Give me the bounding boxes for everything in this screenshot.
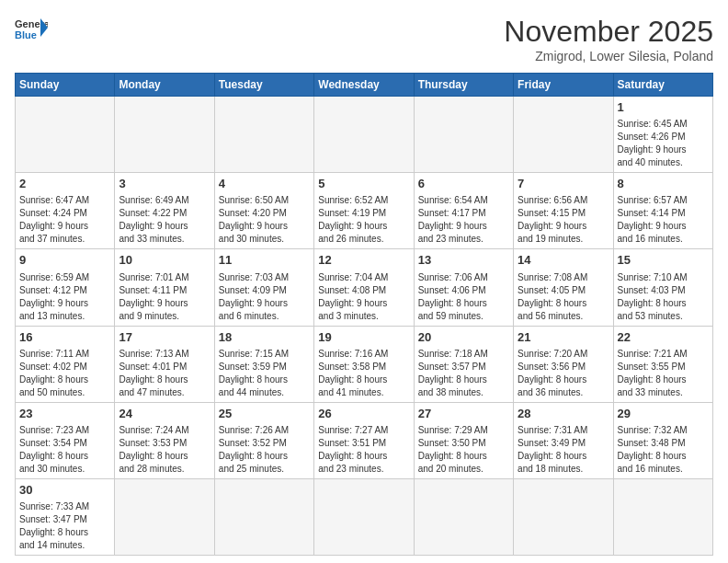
calendar-cell — [115, 478, 214, 555]
month-title: November 2025 — [504, 15, 713, 49]
day-info: Sunrise: 7:16 AM Sunset: 3:58 PM Dayligh… — [318, 348, 409, 399]
calendar-cell: 29Sunrise: 7:32 AM Sunset: 3:48 PM Dayli… — [613, 402, 712, 478]
calendar-cell: 15Sunrise: 7:10 AM Sunset: 4:03 PM Dayli… — [613, 249, 712, 326]
day-number: 25 — [219, 406, 310, 422]
day-number: 22 — [618, 329, 709, 346]
day-info: Sunrise: 7:21 AM Sunset: 3:55 PM Dayligh… — [618, 348, 709, 399]
calendar-cell: 14Sunrise: 7:08 AM Sunset: 4:05 PM Dayli… — [514, 249, 613, 326]
day-info: Sunrise: 6:54 AM Sunset: 4:17 PM Dayligh… — [418, 194, 509, 246]
day-info: Sunrise: 7:24 AM Sunset: 3:53 PM Dayligh… — [119, 424, 210, 476]
day-number: 7 — [518, 176, 609, 192]
day-header-saturday: Saturday — [613, 74, 712, 97]
calendar-cell: 16Sunrise: 7:11 AM Sunset: 4:02 PM Dayli… — [16, 326, 115, 402]
day-number: 23 — [19, 406, 110, 422]
day-number: 11 — [219, 252, 310, 269]
logo-icon: General Blue — [15, 15, 48, 40]
calendar-cell: 9Sunrise: 6:59 AM Sunset: 4:12 PM Daylig… — [16, 249, 115, 326]
day-info: Sunrise: 7:31 AM Sunset: 3:49 PM Dayligh… — [518, 424, 609, 476]
day-header-wednesday: Wednesday — [314, 74, 414, 97]
day-number: 29 — [618, 406, 709, 422]
day-info: Sunrise: 6:52 AM Sunset: 4:19 PM Dayligh… — [318, 194, 409, 246]
calendar-cell — [514, 478, 613, 555]
day-number: 4 — [219, 176, 310, 192]
day-info: Sunrise: 6:45 AM Sunset: 4:26 PM Dayligh… — [618, 118, 709, 169]
day-info: Sunrise: 7:06 AM Sunset: 4:06 PM Dayligh… — [418, 271, 509, 323]
day-header-thursday: Thursday — [414, 74, 513, 97]
day-info: Sunrise: 6:57 AM Sunset: 4:14 PM Dayligh… — [618, 194, 709, 246]
day-number: 19 — [318, 329, 409, 346]
day-number: 9 — [19, 252, 110, 269]
day-number: 16 — [19, 329, 110, 346]
day-number: 24 — [119, 406, 210, 422]
calendar-cell — [414, 478, 513, 555]
calendar-cell: 10Sunrise: 7:01 AM Sunset: 4:11 PM Dayli… — [115, 249, 214, 326]
calendar-cell: 2Sunrise: 6:47 AM Sunset: 4:24 PM Daylig… — [16, 173, 115, 249]
day-number: 28 — [518, 406, 609, 422]
calendar-cell: 12Sunrise: 7:04 AM Sunset: 4:08 PM Dayli… — [314, 249, 414, 326]
day-number: 21 — [518, 329, 609, 346]
day-info: Sunrise: 6:50 AM Sunset: 4:20 PM Dayligh… — [219, 194, 310, 246]
day-info: Sunrise: 7:11 AM Sunset: 4:02 PM Dayligh… — [19, 348, 110, 399]
day-number: 26 — [318, 406, 409, 422]
day-number: 30 — [19, 482, 110, 499]
calendar-cell: 7Sunrise: 6:56 AM Sunset: 4:15 PM Daylig… — [514, 173, 613, 249]
day-number: 14 — [518, 252, 609, 269]
calendar-cell: 6Sunrise: 6:54 AM Sunset: 4:17 PM Daylig… — [414, 173, 513, 249]
calendar-cell: 8Sunrise: 6:57 AM Sunset: 4:14 PM Daylig… — [613, 173, 712, 249]
day-info: Sunrise: 6:47 AM Sunset: 4:24 PM Dayligh… — [19, 194, 110, 246]
day-info: Sunrise: 7:32 AM Sunset: 3:48 PM Dayligh… — [618, 424, 709, 476]
page-header: General Blue November 2025 Zmigrod, Lowe… — [15, 15, 713, 63]
calendar-cell — [115, 97, 214, 173]
calendar-cell — [214, 478, 313, 555]
day-info: Sunrise: 7:29 AM Sunset: 3:50 PM Dayligh… — [418, 424, 509, 476]
calendar-cell — [214, 97, 313, 173]
day-header-tuesday: Tuesday — [214, 74, 313, 97]
day-info: Sunrise: 7:26 AM Sunset: 3:52 PM Dayligh… — [219, 424, 310, 476]
day-info: Sunrise: 7:01 AM Sunset: 4:11 PM Dayligh… — [119, 271, 210, 323]
day-info: Sunrise: 7:04 AM Sunset: 4:08 PM Dayligh… — [318, 271, 409, 323]
calendar-cell: 27Sunrise: 7:29 AM Sunset: 3:50 PM Dayli… — [414, 402, 513, 478]
day-number: 18 — [219, 329, 310, 346]
day-info: Sunrise: 7:03 AM Sunset: 4:09 PM Dayligh… — [219, 271, 310, 323]
day-info: Sunrise: 7:13 AM Sunset: 4:01 PM Dayligh… — [119, 348, 210, 399]
calendar-cell: 5Sunrise: 6:52 AM Sunset: 4:19 PM Daylig… — [314, 173, 414, 249]
day-number: 3 — [119, 176, 210, 192]
calendar-cell: 24Sunrise: 7:24 AM Sunset: 3:53 PM Dayli… — [115, 402, 214, 478]
calendar-cell: 3Sunrise: 6:49 AM Sunset: 4:22 PM Daylig… — [115, 173, 214, 249]
day-info: Sunrise: 7:27 AM Sunset: 3:51 PM Dayligh… — [318, 424, 409, 476]
day-header-monday: Monday — [115, 74, 214, 97]
calendar-cell: 19Sunrise: 7:16 AM Sunset: 3:58 PM Dayli… — [314, 326, 414, 402]
calendar-header: SundayMondayTuesdayWednesdayThursdayFrid… — [16, 74, 713, 97]
calendar-cell: 25Sunrise: 7:26 AM Sunset: 3:52 PM Dayli… — [214, 402, 313, 478]
calendar-cell — [613, 478, 712, 555]
day-info: Sunrise: 7:10 AM Sunset: 4:03 PM Dayligh… — [618, 271, 709, 323]
day-number: 8 — [618, 176, 709, 192]
day-number: 27 — [418, 406, 509, 422]
day-info: Sunrise: 7:18 AM Sunset: 3:57 PM Dayligh… — [418, 348, 509, 399]
title-block: November 2025 Zmigrod, Lower Silesia, Po… — [504, 15, 713, 63]
day-number: 15 — [618, 252, 709, 269]
day-info: Sunrise: 7:15 AM Sunset: 3:59 PM Dayligh… — [219, 348, 310, 399]
svg-text:Blue: Blue — [15, 29, 37, 40]
day-info: Sunrise: 7:08 AM Sunset: 4:05 PM Dayligh… — [518, 271, 609, 323]
day-number: 13 — [418, 252, 509, 269]
day-info: Sunrise: 7:20 AM Sunset: 3:56 PM Dayligh… — [518, 348, 609, 399]
calendar-cell: 13Sunrise: 7:06 AM Sunset: 4:06 PM Dayli… — [414, 249, 513, 326]
day-number: 12 — [318, 252, 409, 269]
day-info: Sunrise: 7:33 AM Sunset: 3:47 PM Dayligh… — [19, 500, 110, 552]
day-number: 5 — [318, 176, 409, 192]
calendar-table: SundayMondayTuesdayWednesdayThursdayFrid… — [15, 73, 713, 556]
day-info: Sunrise: 6:59 AM Sunset: 4:12 PM Dayligh… — [19, 271, 110, 323]
calendar-cell: 17Sunrise: 7:13 AM Sunset: 4:01 PM Dayli… — [115, 326, 214, 402]
calendar-cell: 23Sunrise: 7:23 AM Sunset: 3:54 PM Dayli… — [16, 402, 115, 478]
calendar-cell — [314, 97, 414, 173]
calendar-cell — [414, 97, 513, 173]
day-number: 1 — [618, 99, 709, 116]
day-header-sunday: Sunday — [16, 74, 115, 97]
calendar-cell: 22Sunrise: 7:21 AM Sunset: 3:55 PM Dayli… — [613, 326, 712, 402]
day-number: 2 — [19, 176, 110, 192]
calendar-cell: 21Sunrise: 7:20 AM Sunset: 3:56 PM Dayli… — [514, 326, 613, 402]
location-subtitle: Zmigrod, Lower Silesia, Poland — [504, 49, 713, 63]
calendar-cell: 18Sunrise: 7:15 AM Sunset: 3:59 PM Dayli… — [214, 326, 313, 402]
day-header-friday: Friday — [514, 74, 613, 97]
